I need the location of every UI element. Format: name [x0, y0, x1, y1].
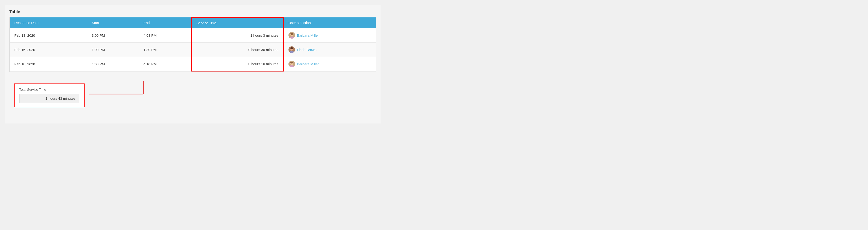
user-link[interactable]: Linda Brown	[288, 46, 371, 53]
cell-response-date: Feb 18, 2020	[10, 57, 87, 71]
data-table: Response Date Start End Service Time Use…	[9, 17, 376, 72]
total-service-time-box: Total Service Time 1 hours 43 minutes	[14, 84, 85, 107]
table-row: Feb 18, 2020 4:00 PM 4:10 PM 0 hours 10 …	[10, 57, 376, 71]
total-service-label: Total Service Time	[19, 88, 80, 91]
cell-user[interactable]: Linda Brown	[283, 42, 376, 57]
table-row: Feb 16, 2020 1:00 PM 1:30 PM 0 hours 30 …	[10, 42, 376, 57]
col-header-service-time: Service Time	[191, 18, 283, 28]
user-name: Barbara Miller	[297, 62, 319, 66]
col-header-end: End	[139, 18, 191, 28]
user-name: Barbara Miller	[297, 33, 319, 37]
cell-end: 4:10 PM	[139, 57, 191, 71]
cell-service-time: 0 hours 30 minutes	[191, 42, 283, 57]
svg-point-4	[290, 33, 293, 35]
col-header-start: Start	[87, 18, 138, 28]
svg-point-14	[290, 62, 293, 63]
user-link[interactable]: Barbara Miller	[288, 61, 371, 67]
avatar	[288, 32, 295, 38]
cell-response-date: Feb 13, 2020	[10, 28, 87, 42]
cell-user[interactable]: Barbara Miller	[283, 28, 376, 42]
cell-service-time: 1 hours 3 minutes	[191, 28, 283, 42]
cell-start: 1:00 PM	[87, 42, 138, 57]
avatar	[288, 46, 295, 53]
cell-end: 1:30 PM	[139, 42, 191, 57]
cell-user[interactable]: Barbara Miller	[283, 57, 376, 71]
cell-start: 4:00 PM	[87, 57, 138, 71]
user-link[interactable]: Barbara Miller	[288, 32, 371, 38]
total-service-value: 1 hours 43 minutes	[19, 94, 80, 103]
cell-service-time: 0 hours 10 minutes	[191, 57, 283, 71]
cell-response-date: Feb 16, 2020	[10, 42, 87, 57]
page-title: Table	[9, 9, 376, 15]
cell-start: 3:00 PM	[87, 28, 138, 42]
svg-point-9	[290, 47, 293, 49]
cell-end: 4:03 PM	[139, 28, 191, 42]
col-header-response-date: Response Date	[10, 18, 87, 28]
avatar	[288, 61, 295, 67]
user-name: Linda Brown	[297, 48, 316, 52]
col-header-user-selection: User selection	[283, 18, 376, 28]
table-row: Feb 13, 2020 3:00 PM 4:03 PM 1 hours 3 m…	[10, 28, 376, 42]
